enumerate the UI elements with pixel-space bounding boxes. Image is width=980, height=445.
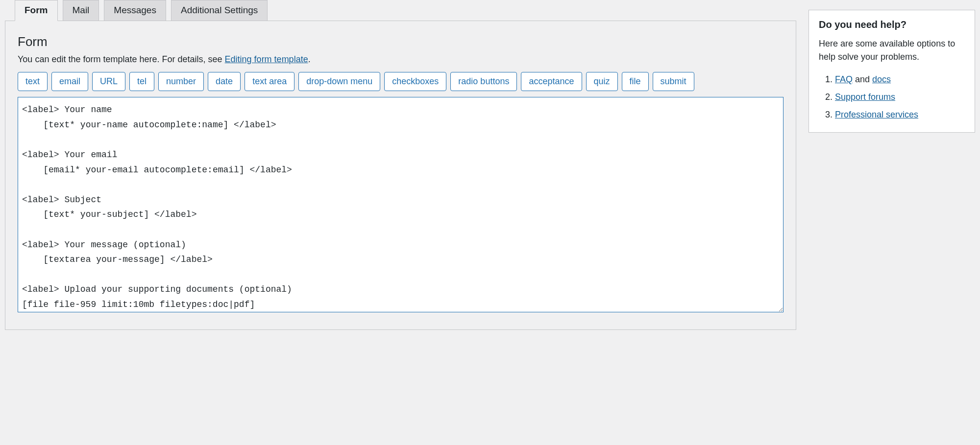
tag-button-date[interactable]: date [208,72,241,91]
tag-button-quiz[interactable]: quiz [586,72,618,91]
tab-form[interactable]: Form [15,0,58,21]
tag-button-file[interactable]: file [622,72,649,91]
help-title: Do you need help? [819,19,965,30]
tag-button-acceptance[interactable]: acceptance [521,72,582,91]
help-link[interactable]: Professional services [835,110,918,119]
help-text-fragment: and [853,74,872,84]
panel-heading: Form [18,34,784,49]
tab-mail[interactable]: Mail [63,0,99,21]
form-template-textarea[interactable] [18,97,784,312]
form-panel: Form You can edit the form template here… [5,21,796,330]
help-link[interactable]: FAQ [835,74,853,84]
tag-button-text[interactable]: text [18,72,48,91]
tab-additional-settings[interactable]: Additional Settings [171,0,268,21]
tab-messages[interactable]: Messages [104,0,166,21]
desc-link[interactable]: Editing form template [225,54,308,64]
help-item: FAQ and docs [835,70,965,88]
panel-description: You can edit the form template here. For… [18,54,784,65]
page-container: FormMailMessagesAdditional Settings Form… [0,0,980,345]
tag-button-group: textemailURLtelnumberdatetext areadrop-d… [18,72,784,91]
tag-button-radio-buttons[interactable]: radio buttons [450,72,517,91]
tag-button-drop-down-menu[interactable]: drop-down menu [298,72,380,91]
help-link[interactable]: Support forums [835,92,895,102]
sidebar: Do you need help? Here are some availabl… [808,10,975,133]
tag-button-email[interactable]: email [51,72,88,91]
main-column: FormMailMessagesAdditional Settings Form… [0,0,808,330]
tag-button-text-area[interactable]: text area [245,72,294,91]
tag-button-checkboxes[interactable]: checkboxes [384,72,446,91]
desc-text-suffix: . [308,54,311,64]
tag-button-tel[interactable]: tel [129,72,154,91]
help-item: Support forums [835,88,965,106]
tab-bar: FormMailMessagesAdditional Settings [5,0,796,21]
help-link[interactable]: docs [872,74,891,84]
tag-button-number[interactable]: number [158,72,204,91]
desc-text-prefix: You can edit the form template here. For… [18,54,225,64]
help-box: Do you need help? Here are some availabl… [808,10,975,133]
tag-button-url[interactable]: URL [92,72,125,91]
help-item: Professional services [835,106,965,123]
tag-button-submit[interactable]: submit [653,72,694,91]
help-text: Here are some available options to help … [819,37,965,64]
help-list: FAQ and docsSupport forumsProfessional s… [819,70,965,123]
